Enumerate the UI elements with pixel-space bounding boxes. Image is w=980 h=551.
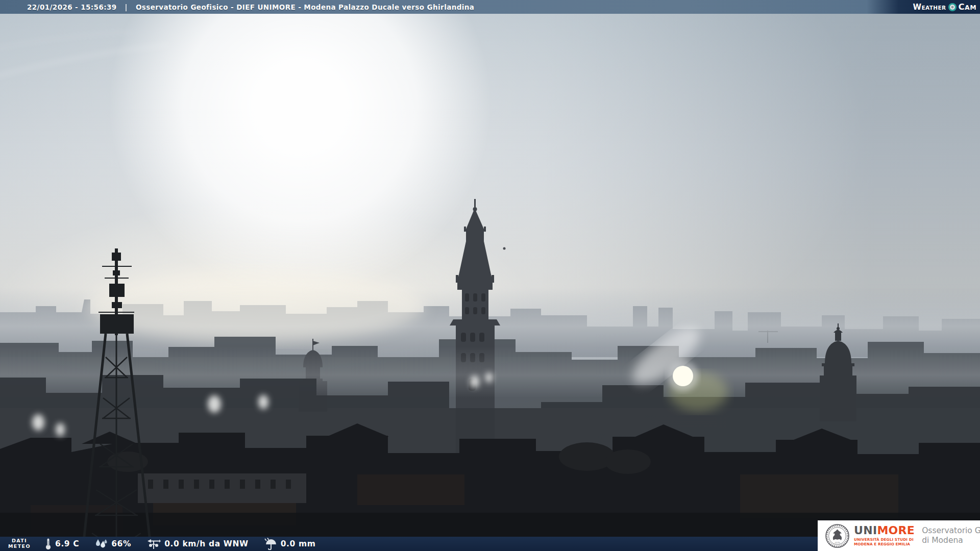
observatory-line1: Osservatorio Geofisico	[922, 526, 980, 536]
unimore-seal-icon: 1175	[825, 524, 849, 548]
acronym-uni: UNI	[854, 524, 877, 537]
meteo-label-line2: METEO	[8, 544, 31, 549]
precipitation-reading: 0.0 mm	[264, 538, 316, 550]
contrails	[0, 32, 168, 77]
camera-title: Osservatorio Geofisico - DIEF UNIMORE - …	[136, 3, 474, 11]
meteo-label: DATI METEO	[8, 538, 31, 549]
university-name: UNIVERSITÀ DEGLI STUDI DI MODENA E REGGI…	[854, 537, 915, 547]
precipitation-value: 0.0 mm	[281, 539, 316, 548]
wind-value: 0.0 km/h da WNW	[164, 539, 249, 548]
unimore-credits-box[interactable]: 1175 UNIMORE UNIVERSITÀ DEGLI STUDI DI M…	[818, 520, 980, 551]
weathercam-logo[interactable]: Weather Cam	[867, 0, 980, 14]
rain-umbrella-icon	[264, 538, 277, 550]
webcam-photo	[0, 0, 980, 551]
horizon-bright-glow	[87, 270, 424, 342]
brand-word-weather: Weather	[913, 3, 946, 12]
observatory-name: Osservatorio Geofisico di Modena	[922, 526, 980, 545]
unimore-wordmark: UNIMORE UNIVERSITÀ DEGLI STUDI DI MODENA…	[854, 525, 915, 547]
humidity-reading: 66%	[94, 538, 131, 549]
thermometer-icon	[45, 538, 52, 550]
camera-lens-icon	[948, 3, 957, 11]
facade-strip	[138, 473, 306, 503]
wind-reading: 0.0 km/h da WNW	[146, 538, 249, 550]
wind-vane-icon	[146, 538, 161, 550]
timestamp: 22/01/2026 - 15:56:39	[27, 3, 117, 11]
city-skyline-illustration	[0, 0, 980, 551]
seal-year: 1175	[835, 541, 840, 544]
separator: |	[125, 3, 128, 11]
webcam-page: 22/01/2026 - 15:56:39 | Osservatorio Geo…	[0, 0, 980, 551]
temperature-reading: 6.9 C	[45, 538, 79, 550]
university-name-line2: MODENA E REGGIO EMILIA	[854, 542, 915, 546]
header-bar: 22/01/2026 - 15:56:39 | Osservatorio Geo…	[0, 0, 980, 14]
brand-word-cam: Cam	[959, 2, 976, 12]
university-name-line1: UNIVERSITÀ DEGLI STUDI DI	[854, 537, 915, 542]
unimore-acronym: UNIMORE	[854, 525, 915, 536]
bird-speck	[503, 247, 506, 250]
acronym-more: MORE	[877, 524, 915, 537]
observatory-line2: di Modena	[922, 536, 980, 545]
humidity-drops-icon	[94, 538, 108, 549]
temperature-value: 6.9 C	[55, 539, 79, 548]
humidity-value: 66%	[111, 539, 131, 548]
